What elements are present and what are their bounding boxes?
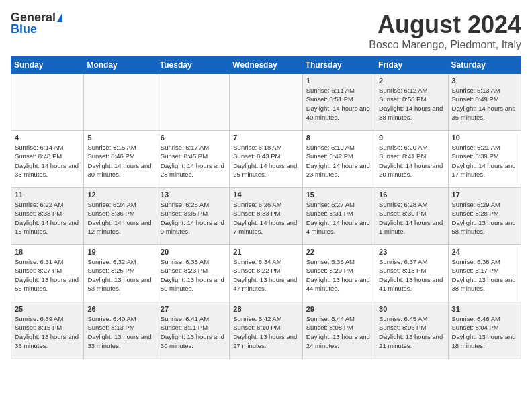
calendar-title: August 2024 — [369, 11, 521, 39]
day-info: Sunrise: 6:46 AM Sunset: 8:04 PM Dayligh… — [452, 314, 517, 350]
day-number: 31 — [452, 305, 517, 313]
calendar-cell: 17Sunrise: 6:29 AM Sunset: 8:28 PM Dayli… — [448, 188, 521, 245]
calendar-cell: 29Sunrise: 6:44 AM Sunset: 8:08 PM Dayli… — [302, 302, 375, 359]
day-number: 4 — [15, 134, 80, 142]
calendar-cell: 18Sunrise: 6:31 AM Sunset: 8:27 PM Dayli… — [11, 245, 84, 302]
day-info: Sunrise: 6:28 AM Sunset: 8:30 PM Dayligh… — [379, 200, 444, 236]
calendar-cell: 15Sunrise: 6:27 AM Sunset: 8:31 PM Dayli… — [302, 188, 375, 245]
day-of-week-header: Tuesday — [157, 57, 229, 74]
day-number: 25 — [15, 305, 80, 313]
day-number: 18 — [15, 248, 80, 256]
day-info: Sunrise: 6:33 AM Sunset: 8:23 PM Dayligh… — [161, 257, 226, 293]
day-info: Sunrise: 6:25 AM Sunset: 8:35 PM Dayligh… — [161, 200, 226, 236]
day-number: 24 — [452, 248, 517, 256]
day-number: 15 — [306, 191, 371, 199]
day-info: Sunrise: 6:34 AM Sunset: 8:22 PM Dayligh… — [233, 257, 298, 293]
calendar-cell: 31Sunrise: 6:46 AM Sunset: 8:04 PM Dayli… — [448, 302, 521, 359]
logo-triangle-icon — [57, 13, 62, 22]
day-info: Sunrise: 6:21 AM Sunset: 8:39 PM Dayligh… — [452, 143, 517, 179]
day-info: Sunrise: 6:15 AM Sunset: 8:46 PM Dayligh… — [87, 143, 152, 179]
day-number: 28 — [233, 305, 298, 313]
day-number: 17 — [452, 191, 517, 199]
day-of-week-header: Sunday — [11, 57, 84, 74]
day-info: Sunrise: 6:18 AM Sunset: 8:43 PM Dayligh… — [233, 143, 298, 179]
calendar-cell: 3Sunrise: 6:13 AM Sunset: 8:49 PM Daylig… — [448, 74, 521, 131]
day-number: 20 — [161, 248, 226, 256]
calendar-cell: 9Sunrise: 6:20 AM Sunset: 8:41 PM Daylig… — [375, 131, 448, 188]
calendar-cell: 20Sunrise: 6:33 AM Sunset: 8:23 PM Dayli… — [157, 245, 229, 302]
calendar-cell: 2Sunrise: 6:12 AM Sunset: 8:50 PM Daylig… — [375, 74, 448, 131]
calendar-cell: 1Sunrise: 6:11 AM Sunset: 8:51 PM Daylig… — [302, 74, 375, 131]
day-number: 7 — [233, 134, 298, 142]
day-number: 30 — [379, 305, 444, 313]
day-number: 2 — [379, 77, 444, 85]
day-number: 8 — [306, 134, 371, 142]
day-info: Sunrise: 6:17 AM Sunset: 8:45 PM Dayligh… — [161, 143, 226, 179]
calendar-cell: 8Sunrise: 6:19 AM Sunset: 8:42 PM Daylig… — [302, 131, 375, 188]
calendar-cell: 27Sunrise: 6:41 AM Sunset: 8:11 PM Dayli… — [157, 302, 229, 359]
day-number: 19 — [87, 248, 152, 256]
day-info: Sunrise: 6:38 AM Sunset: 8:17 PM Dayligh… — [452, 257, 517, 293]
calendar-cell: 4Sunrise: 6:14 AM Sunset: 8:48 PM Daylig… — [11, 131, 84, 188]
calendar-cell: 24Sunrise: 6:38 AM Sunset: 8:17 PM Dayli… — [448, 245, 521, 302]
calendar-cell — [157, 74, 229, 131]
calendar-cell — [11, 74, 84, 131]
calendar-table: SundayMondayTuesdayWednesdayThursdayFrid… — [11, 56, 521, 359]
day-number: 27 — [161, 305, 226, 313]
calendar-week-row: 25Sunrise: 6:39 AM Sunset: 8:15 PM Dayli… — [11, 302, 521, 359]
logo-blue-text: Blue — [11, 22, 37, 36]
day-number: 3 — [452, 77, 517, 85]
day-info: Sunrise: 6:41 AM Sunset: 8:11 PM Dayligh… — [161, 314, 226, 350]
day-info: Sunrise: 6:40 AM Sunset: 8:13 PM Dayligh… — [87, 314, 152, 350]
day-info: Sunrise: 6:37 AM Sunset: 8:18 PM Dayligh… — [379, 257, 444, 293]
day-info: Sunrise: 6:39 AM Sunset: 8:15 PM Dayligh… — [15, 314, 80, 350]
day-info: Sunrise: 6:35 AM Sunset: 8:20 PM Dayligh… — [306, 257, 371, 293]
day-info: Sunrise: 6:20 AM Sunset: 8:41 PM Dayligh… — [379, 143, 444, 179]
calendar-week-row: 4Sunrise: 6:14 AM Sunset: 8:48 PM Daylig… — [11, 131, 521, 188]
day-of-week-header: Thursday — [302, 57, 375, 74]
day-info: Sunrise: 6:13 AM Sunset: 8:49 PM Dayligh… — [452, 86, 517, 122]
day-info: Sunrise: 6:22 AM Sunset: 8:38 PM Dayligh… — [15, 200, 80, 236]
day-of-week-header: Saturday — [448, 57, 521, 74]
day-number: 16 — [379, 191, 444, 199]
calendar-cell: 30Sunrise: 6:45 AM Sunset: 8:06 PM Dayli… — [375, 302, 448, 359]
day-number: 22 — [306, 248, 371, 256]
day-number: 21 — [233, 248, 298, 256]
day-number: 26 — [87, 305, 152, 313]
day-info: Sunrise: 6:19 AM Sunset: 8:42 PM Dayligh… — [306, 143, 371, 179]
calendar-cell — [84, 74, 157, 131]
day-info: Sunrise: 6:29 AM Sunset: 8:28 PM Dayligh… — [452, 200, 517, 236]
day-info: Sunrise: 6:26 AM Sunset: 8:33 PM Dayligh… — [233, 200, 298, 236]
day-number: 12 — [87, 191, 152, 199]
day-info: Sunrise: 6:27 AM Sunset: 8:31 PM Dayligh… — [306, 200, 371, 236]
calendar-cell: 10Sunrise: 6:21 AM Sunset: 8:39 PM Dayli… — [448, 131, 521, 188]
day-number: 13 — [161, 191, 226, 199]
day-number: 29 — [306, 305, 371, 313]
day-number: 11 — [15, 191, 80, 199]
calendar-cell: 11Sunrise: 6:22 AM Sunset: 8:38 PM Dayli… — [11, 188, 84, 245]
calendar-week-row: 11Sunrise: 6:22 AM Sunset: 8:38 PM Dayli… — [11, 188, 521, 245]
day-number: 6 — [161, 134, 226, 142]
page-header: General Blue August 2024 Bosco Marengo, … — [11, 11, 521, 51]
calendar-cell: 13Sunrise: 6:25 AM Sunset: 8:35 PM Dayli… — [157, 188, 229, 245]
logo: General Blue — [11, 11, 62, 36]
day-number: 9 — [379, 134, 444, 142]
calendar-header-row: SundayMondayTuesdayWednesdayThursdayFrid… — [11, 57, 521, 74]
calendar-cell: 7Sunrise: 6:18 AM Sunset: 8:43 PM Daylig… — [230, 131, 302, 188]
calendar-cell: 6Sunrise: 6:17 AM Sunset: 8:45 PM Daylig… — [157, 131, 229, 188]
day-number: 1 — [306, 77, 371, 85]
calendar-cell: 25Sunrise: 6:39 AM Sunset: 8:15 PM Dayli… — [11, 302, 84, 359]
calendar-week-row: 1Sunrise: 6:11 AM Sunset: 8:51 PM Daylig… — [11, 74, 521, 131]
calendar-cell: 19Sunrise: 6:32 AM Sunset: 8:25 PM Dayli… — [84, 245, 157, 302]
calendar-cell — [230, 74, 302, 131]
day-info: Sunrise: 6:12 AM Sunset: 8:50 PM Dayligh… — [379, 86, 444, 122]
day-info: Sunrise: 6:11 AM Sunset: 8:51 PM Dayligh… — [306, 86, 371, 122]
day-of-week-header: Friday — [375, 57, 448, 74]
calendar-cell: 22Sunrise: 6:35 AM Sunset: 8:20 PM Dayli… — [302, 245, 375, 302]
calendar-cell: 28Sunrise: 6:42 AM Sunset: 8:10 PM Dayli… — [230, 302, 302, 359]
day-info: Sunrise: 6:32 AM Sunset: 8:25 PM Dayligh… — [87, 257, 152, 293]
calendar-cell: 14Sunrise: 6:26 AM Sunset: 8:33 PM Dayli… — [230, 188, 302, 245]
day-number: 23 — [379, 248, 444, 256]
calendar-cell: 26Sunrise: 6:40 AM Sunset: 8:13 PM Dayli… — [84, 302, 157, 359]
calendar-cell: 12Sunrise: 6:24 AM Sunset: 8:36 PM Dayli… — [84, 188, 157, 245]
